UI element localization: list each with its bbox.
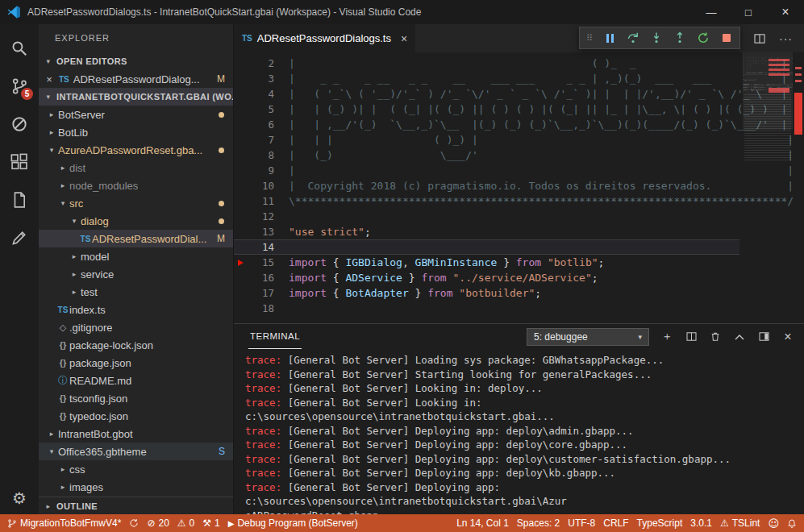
restart-button[interactable]	[697, 31, 710, 44]
close-button[interactable]: ×	[767, 0, 804, 24]
code-line-13[interactable]: 13"use strict";	[234, 224, 739, 239]
status-git-branch[interactable]: MigrationToBotFmwV4*	[3, 514, 125, 532]
status-problems-errors[interactable]: ⊘20	[143, 514, 173, 532]
activity-search-icon[interactable]	[0, 29, 39, 67]
activity-edit-icon[interactable]	[0, 218, 39, 256]
tab-adresetpassworddialogs[interactable]: TS ADResetPasswordDialogs.ts ×	[234, 24, 415, 52]
activity-source-control-icon[interactable]: 5	[0, 67, 39, 105]
close-editor-icon[interactable]: ×	[44, 73, 55, 85]
status-feedback[interactable]: ☺	[764, 514, 783, 532]
tree-item-node-modules[interactable]: ▸node_modules	[39, 177, 233, 194]
split-editor-icon[interactable]	[753, 32, 766, 45]
tree-item-office365-gbtheme[interactable]: ▾Office365.gbthemeS	[39, 443, 233, 460]
code-editor[interactable]: 2| ( )_ _ |3| _ _ _ __ _ _ __ ___ ___ _ …	[234, 52, 804, 323]
code-line-2[interactable]: 2| ( )_ _ |	[234, 56, 739, 71]
outline-section-header[interactable]: ▸ OUTLINE	[39, 497, 233, 514]
close-tab-icon[interactable]: ×	[401, 32, 407, 45]
code-line-18[interactable]: 18	[234, 301, 739, 316]
code-line-15[interactable]: 15import { IGBDialog, GBMinInstance } fr…	[234, 255, 739, 270]
maximize-button[interactable]: □	[730, 0, 767, 24]
terminal-selector[interactable]: 5: debuggee ▾	[527, 328, 649, 346]
tree-item-gitignore[interactable]: ◇.gitignore	[39, 318, 233, 336]
status-cursor-position[interactable]: Ln 14, Col 1	[452, 514, 513, 532]
tree-item-service[interactable]: ▸service	[39, 265, 233, 283]
status-eol[interactable]: CRLF	[599, 514, 632, 532]
code-line-5[interactable]: 5| | (_) )| | ( (_| |( (_) || ( ) ( ) |(…	[234, 102, 739, 117]
code-line-14[interactable]: 14	[234, 239, 739, 255]
status-indentation[interactable]: Spaces: 2	[513, 514, 564, 532]
tree-item-images[interactable]: ▸images	[39, 478, 233, 496]
code-line-10[interactable]: 10| Copyright 2018 (c) pragmatismo.io. T…	[234, 178, 739, 193]
drag-handle-icon[interactable]: ⠿	[586, 33, 593, 44]
kill-terminal-icon[interactable]	[709, 330, 722, 343]
breakpoint-marker[interactable]	[234, 260, 247, 266]
debug-toolbar: ⠿	[579, 27, 740, 49]
status-sync[interactable]	[125, 514, 143, 532]
code-line-16[interactable]: 16import { ADService } from "../service/…	[234, 270, 739, 285]
tree-item-azureadpasswordreset-gba[interactable]: ▾AzureADPasswordReset.gba...	[39, 141, 233, 159]
line-number: 16	[247, 270, 274, 285]
code-line-6[interactable]: 6| | ,__/'(_) `\__,_)`\__ |(_) (_) (_)`\…	[234, 117, 739, 132]
step-over-button[interactable]	[627, 31, 639, 44]
terminal-line: trace: [General Bot Server] Deploying ap…	[245, 480, 796, 509]
chevron-right-icon: ▸	[56, 164, 69, 172]
tree-item-dist[interactable]: ▸dist	[39, 159, 233, 177]
tree-item-test[interactable]: ▸test	[39, 283, 233, 301]
minimize-button[interactable]: —	[693, 0, 730, 24]
step-into-button[interactable]	[650, 31, 663, 44]
open-editors-header[interactable]: ▾ OPEN EDITORS	[39, 52, 233, 70]
minimap[interactable]: | ( )_ _ | | _ _ _ __ _ _ __ ___ ___ _ _…	[743, 52, 793, 323]
overview-ruler[interactable]	[793, 52, 804, 323]
code-line-11[interactable]: 11\*************************************…	[234, 193, 739, 209]
status-language-mode[interactable]: TypeScript	[633, 514, 687, 532]
maximize-panel-icon[interactable]	[733, 330, 746, 343]
code-line-9[interactable]: 9| |	[234, 163, 739, 178]
terminal-line: trace: [General Bot Server] Deploying ap…	[245, 438, 796, 452]
json-file-icon: {}	[56, 393, 69, 403]
settings-gear-icon[interactable]: ⚙	[12, 488, 27, 508]
tab-terminal[interactable]: TERMINAL	[248, 324, 302, 349]
pause-button[interactable]	[603, 31, 616, 44]
tree-item-intranetbot-gbot[interactable]: ▸IntranetBot.gbot	[39, 425, 233, 443]
tree-item-botlib[interactable]: ▸BotLib	[39, 123, 233, 141]
tree-item-botserver[interactable]: ▸BotServer	[39, 106, 233, 123]
open-editor-item[interactable]: × TS ADResetPasswordDialog... M	[39, 70, 233, 88]
json-file-icon: {}	[56, 358, 69, 368]
tree-item-typedoc-json[interactable]: {}typedoc.json	[39, 407, 233, 425]
tree-item-adresetpassworddial[interactable]: TSADResetPasswordDial...M	[39, 230, 233, 247]
tree-item-src[interactable]: ▾src	[39, 194, 233, 212]
panel-position-icon[interactable]	[757, 330, 770, 343]
code-line-17[interactable]: 17import { BotAdapter } from "botbuilder…	[234, 285, 739, 301]
tree-item-readme-md[interactable]: ⓘREADME.md	[39, 372, 233, 389]
stop-button[interactable]	[720, 31, 733, 44]
workspace-section-header[interactable]: ▾ INTRANETBOTQUICKSTART.GBAI (WO...	[39, 88, 233, 106]
status-debug-status[interactable]: ▶Debug Program (BotServer)	[224, 514, 362, 532]
tree-item-package-json[interactable]: {}package.json	[39, 354, 233, 372]
status-version[interactable]: 3.0.1	[686, 514, 716, 532]
status-encoding[interactable]: UTF-8	[564, 514, 599, 532]
activity-files-icon[interactable]	[0, 181, 39, 218]
tree-item-dialog[interactable]: ▾dialog	[39, 212, 233, 230]
code-line-3[interactable]: 3| _ _ _ __ _ _ __ ___ ___ _ _ | ,_)(_) …	[234, 71, 739, 86]
tree-item-model[interactable]: ▸model	[39, 247, 233, 265]
code-line-8[interactable]: 8| (_) \___/' |	[234, 148, 739, 163]
code-line-12[interactable]: 12	[234, 209, 739, 224]
code-line-7[interactable]: 7| | | ( )_) | |	[234, 132, 739, 148]
step-out-button[interactable]	[673, 31, 686, 44]
new-terminal-icon[interactable]: ＋	[660, 330, 673, 343]
tree-item-index-ts[interactable]: TSindex.ts	[39, 301, 233, 318]
more-actions-icon[interactable]: ···	[779, 32, 793, 45]
status-tslint[interactable]: ⚠TSLint	[716, 514, 764, 532]
status-problems-warnings[interactable]: ⚠0	[173, 514, 198, 532]
split-terminal-icon[interactable]	[685, 330, 698, 343]
activity-extensions-icon[interactable]	[0, 143, 39, 181]
status-notifications[interactable]	[783, 514, 801, 532]
tree-item-package-lock-json[interactable]: {}package-lock.json	[39, 336, 233, 354]
status-tasks[interactable]: ⚒1	[198, 514, 223, 532]
tree-item-css[interactable]: ▸css	[39, 460, 233, 478]
close-panel-icon[interactable]: ×	[781, 330, 794, 343]
activity-debug-icon[interactable]	[0, 105, 39, 143]
tree-item-tsconfig-json[interactable]: {}tsconfig.json	[39, 389, 233, 407]
code-line-4[interactable]: 4| ( '_`\ ( '__)/'_` ) /'_ `\/' _ ` _ `\…	[234, 86, 739, 102]
terminal-output[interactable]: trace: [General Bot Server] Loading sys …	[234, 349, 804, 514]
